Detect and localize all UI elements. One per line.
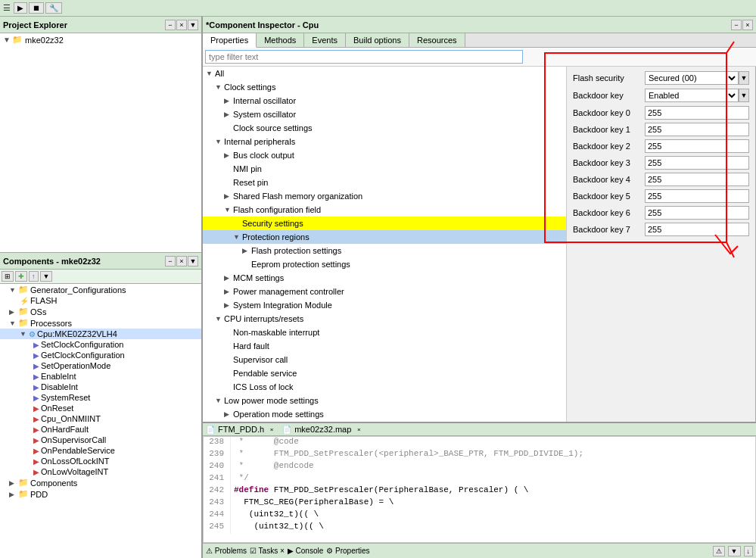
prop-busclk-item[interactable]: ▶ Bus clock output — [203, 148, 566, 162]
console-tab[interactable]: ▶ Console — [288, 547, 323, 555]
prop-hardfault-item[interactable]: Hard fault — [203, 339, 566, 353]
comp-menu2-btn[interactable]: ▼ — [40, 271, 53, 282]
comp-item-getclock[interactable]: ▶ GetClockConfiguration — [0, 350, 201, 360]
prop-lowpower-item[interactable]: ▼ Low power mode settings — [203, 394, 566, 407]
tab-resources[interactable]: Resources — [409, 33, 465, 47]
comp-item-onsuper[interactable]: ▶ OnSupervisorCall — [0, 435, 201, 445]
backdoor-key-select[interactable]: Enabled — [645, 89, 739, 102]
comp-item-flash[interactable]: ⚡ FLASH — [0, 295, 201, 306]
prop-opmode-item[interactable]: ▶ Operation mode settings — [203, 407, 566, 421]
comp-item-sysreset[interactable]: ▶ SystemReset — [0, 392, 201, 403]
comp-toolbar-3[interactable]: ↑ — [29, 271, 39, 282]
comp-item-setclock[interactable]: ▶ SetClockConfiguration — [0, 339, 201, 350]
prop-intperiph-item[interactable]: ▼ Internal peripherals — [203, 135, 566, 148]
comp-item-onreset[interactable]: ▶ OnReset — [0, 403, 201, 413]
comp-item-cpu[interactable]: ▼ ⚙ Cpu:MKE02Z32VLH4 — [0, 329, 201, 339]
comp-close-btn[interactable]: × — [176, 256, 187, 267]
prop-nonmask-item[interactable]: Non-maskable interrupt — [203, 326, 566, 339]
key-4-input[interactable] — [645, 173, 749, 186]
project-root-item[interactable]: ▼ 📁 mke02z32 — [0, 33, 201, 46]
comp-item-onlowvoltage[interactable]: ▶ OnLowVoltageINT — [0, 466, 201, 477]
busclk-expand-icon: ▶ — [224, 151, 233, 159]
inspector-minimize-btn[interactable]: − — [731, 20, 742, 30]
toolbar-btn-1[interactable]: ▶ — [14, 2, 27, 14]
project-close-btn[interactable]: × — [176, 20, 187, 30]
comp-item-enableint[interactable]: ▶ EnableInt — [0, 371, 201, 382]
prop-clock-item[interactable]: ▼ Clock settings — [203, 80, 566, 94]
tasks-tab[interactable]: ☑ Tasks × — [250, 547, 285, 555]
prop-nmi-item[interactable]: NMI pin — [203, 162, 566, 176]
bottom-tab-map[interactable]: 📄 mke02z32.map × — [282, 425, 363, 434]
comp-item-onhardfault[interactable]: ▶ OnHardFault — [0, 424, 201, 435]
prop-sharedflash-item[interactable]: ▶ Shared Flash memory organization — [203, 189, 566, 203]
comp-item-components[interactable]: ▶ 📁 Components — [0, 477, 201, 488]
props-tree[interactable]: ▼ All ▼ Clock settings ▶ Internal oscill… — [203, 67, 567, 422]
comp-item-onpendable[interactable]: ▶ OnPendableService — [0, 445, 201, 456]
properties-tab[interactable]: ⚙ Properties — [326, 547, 369, 555]
flash-security-select[interactable]: Secured (00) — [645, 71, 739, 85]
prop-icslock-item[interactable]: ICS Loss of lock — [203, 380, 566, 394]
bottom-tab-ftm[interactable]: 📄 FTM_PDD.h × — [206, 425, 276, 434]
comp-menu-btn[interactable]: ▼ — [188, 256, 198, 267]
key-0-input[interactable] — [645, 106, 749, 120]
prop-super-item[interactable]: Supervisor call — [203, 353, 566, 366]
line-content: (uint32_t)(( \ — [231, 522, 324, 534]
prop-clocksrc-item[interactable]: Clock source settings — [203, 121, 566, 135]
comp-toolbar-1[interactable]: ⊞ — [2, 271, 14, 282]
prop-mcm-item[interactable]: ▶ MCM settings — [203, 271, 566, 285]
project-menu-btn[interactable]: ▼ — [188, 20, 198, 30]
prop-flashconfig-item[interactable]: ▼ Flash configuration field — [203, 203, 566, 217]
sharedflash-expand-icon: ▶ — [224, 192, 233, 200]
prop-powermgmt-item[interactable]: ▶ Power management controller — [203, 285, 566, 298]
prop-flashprot-item[interactable]: ▶ Flash protection settings — [203, 244, 566, 257]
key-3-input[interactable] — [645, 156, 749, 170]
toolbar-btn-3[interactable]: 🔧 — [45, 2, 62, 14]
prop-sysosc-item[interactable]: ▶ System oscillator — [203, 108, 566, 121]
prop-all-item[interactable]: ▼ All — [203, 67, 566, 80]
key-5-input[interactable] — [645, 189, 749, 203]
comp-item-processors[interactable]: ▼ 📁 Processors — [0, 317, 201, 329]
status-btn-1[interactable]: ⚠ — [713, 546, 725, 556]
comp-item-disableint[interactable]: ▶ DisableInt — [0, 382, 201, 392]
backdoor-key-dropdown-btn[interactable]: ▼ — [739, 89, 749, 102]
prop-cpuint-item[interactable]: ▼ CPU interrupts/resets — [203, 312, 566, 326]
inspector-close-btn[interactable]: × — [742, 20, 753, 30]
filter-input[interactable] — [205, 50, 523, 64]
tab-events[interactable]: Events — [304, 33, 346, 47]
comp-item-oss[interactable]: ▶ 📁 OSs — [0, 306, 201, 317]
prop-intosc-item[interactable]: ▶ Internal oscillator — [203, 94, 566, 108]
comp-minimize-btn[interactable]: − — [165, 256, 176, 267]
components-tree[interactable]: ▼ 📁 Generator_Configurations ⚡ FLASH ▶ 📁… — [0, 284, 201, 558]
prop-clockconfigs-item[interactable]: Clock configurations — [203, 421, 566, 422]
problems-tab[interactable]: ⚠ Problems — [206, 547, 247, 555]
flash-security-dropdown-btn[interactable]: ▼ — [739, 71, 749, 85]
prop-pendable-item[interactable]: Pendable service — [203, 366, 566, 380]
tab-properties[interactable]: Properties — [203, 33, 257, 48]
key-7-input[interactable] — [645, 223, 749, 236]
tab-build-options[interactable]: Build options — [346, 33, 409, 47]
status-btn-2[interactable]: ▼ — [728, 546, 741, 556]
prop-eeprom-item[interactable]: Eeprom protection settings — [203, 257, 566, 271]
tab-methods[interactable]: Methods — [257, 33, 304, 47]
comp-item-pdd[interactable]: ▶ 📁 PDD — [0, 488, 201, 500]
toolbar-btn-2[interactable]: ⏹ — [29, 2, 44, 14]
comp-item-setop[interactable]: ▶ SetOperationMode — [0, 360, 201, 371]
ftm-close-btn[interactable]: × — [267, 425, 276, 434]
code-area[interactable]: 238 * @code 239 * FTM_PDD_SetPrescaler(<… — [203, 436, 756, 543]
map-close-btn[interactable]: × — [354, 425, 363, 434]
comp-item-onloss[interactable]: ▶ OnLossOfLockINT — [0, 456, 201, 466]
prop-reset-item[interactable]: Reset pin — [203, 176, 566, 189]
key-6-input[interactable] — [645, 206, 749, 220]
key-2-input[interactable] — [645, 139, 749, 153]
status-btn-3[interactable]: ↓ — [744, 546, 754, 556]
comp-item-generator[interactable]: ▼ 📁 Generator_Configurations — [0, 284, 201, 295]
key-1-input[interactable] — [645, 123, 749, 136]
prop-sysint-item[interactable]: ▶ System Integration Module — [203, 298, 566, 312]
project-tree[interactable]: ▼ 📁 mke02z32 — [0, 33, 201, 253]
backdoor-key-0-row: Backdoor key 0 — [573, 106, 749, 120]
prop-protection-item[interactable]: ▼ Protection regions — [203, 230, 566, 244]
comp-item-onnmiint[interactable]: ▶ Cpu_OnNMIINT — [0, 413, 201, 424]
prop-security-item[interactable]: Security settings — [203, 217, 566, 230]
project-minimize-btn[interactable]: − — [165, 20, 176, 30]
comp-toolbar-2[interactable]: ✚ — [15, 271, 27, 282]
